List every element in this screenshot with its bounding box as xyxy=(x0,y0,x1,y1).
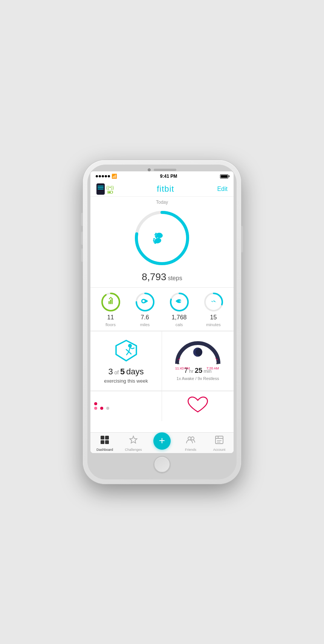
signal-dot-4 xyxy=(105,175,107,177)
sync-waves-icon: ((•)) xyxy=(106,185,114,190)
svg-point-37 xyxy=(191,437,194,440)
svg-rect-38 xyxy=(215,436,223,444)
signal-dot-3 xyxy=(102,175,104,177)
partial-right-card[interactable] xyxy=(162,391,234,421)
tab-challenges[interactable]: Challenges xyxy=(119,435,148,452)
app-title: fitbit xyxy=(157,184,174,194)
dashboard-icon xyxy=(100,435,110,447)
minutes-icon xyxy=(209,297,218,307)
floors-label: floors xyxy=(105,322,116,327)
floors-ring xyxy=(100,291,121,313)
minutes-value: 15 xyxy=(210,314,217,321)
minutes-label: minutes xyxy=(206,322,221,327)
speaker-grille xyxy=(154,169,176,171)
tab-dashboard[interactable]: Dashboard xyxy=(90,435,119,452)
tab-dashboard-label: Dashboard xyxy=(96,448,113,452)
fitbit-band-icon xyxy=(96,183,105,195)
exercise-icon xyxy=(113,337,139,364)
tab-account[interactable]: Account xyxy=(205,435,234,452)
cals-value: 1,768 xyxy=(171,314,186,321)
wifi-icon: 📶 xyxy=(112,174,117,179)
steps-count: 8,793steps xyxy=(96,271,228,283)
svg-point-36 xyxy=(188,437,191,440)
tab-friends-label: Friends xyxy=(185,448,196,452)
svg-point-5 xyxy=(153,241,155,243)
tab-add[interactable]: + xyxy=(148,437,176,450)
partial-section xyxy=(90,391,234,421)
dot-pink-1 xyxy=(94,407,97,410)
miles-label: miles xyxy=(140,322,150,327)
signal-dot-1 xyxy=(96,175,98,177)
signal-dot-5 xyxy=(108,175,110,177)
miles-ring xyxy=(134,291,156,313)
add-button[interactable]: + xyxy=(153,432,171,450)
app-header: ((•)) fitbit Edit xyxy=(90,180,234,197)
dot-red-2 xyxy=(100,407,103,410)
partial-left-card[interactable] xyxy=(90,391,162,421)
bottom-grid: 3 of 5 days exercising this week xyxy=(90,331,234,391)
steps-ring xyxy=(132,208,192,268)
today-label: Today xyxy=(96,200,228,205)
phone-inner: 📶 9:41 PM ((•)) xyxy=(87,165,237,479)
status-bar: 📶 9:41 PM xyxy=(90,171,234,180)
phone-top-notch xyxy=(90,168,234,171)
svg-rect-16 xyxy=(109,301,110,304)
exercise-text: 3 of 5 days exercising this week xyxy=(104,366,148,385)
svg-text:11:43 PM: 11:43 PM xyxy=(175,366,190,370)
steps-footprint-icon xyxy=(153,229,171,247)
svg-point-11 xyxy=(155,233,157,234)
front-camera xyxy=(148,168,151,171)
account-icon xyxy=(214,435,224,447)
edit-button[interactable]: Edit xyxy=(217,186,228,192)
svg-text:7:20 AM: 7:20 AM xyxy=(206,366,219,370)
svg-rect-34 xyxy=(101,440,104,444)
battery-indicator xyxy=(220,174,228,179)
today-section: Today xyxy=(90,197,234,288)
sleep-cell[interactable]: 11:43 PM 7:20 AM 7 hr 25 min 1x Awake / … xyxy=(162,331,234,391)
cals-label: cals xyxy=(176,322,183,327)
exercise-cell[interactable]: 3 of 5 days exercising this week xyxy=(90,331,162,391)
status-right xyxy=(220,174,228,179)
floors-icon xyxy=(106,297,115,308)
tab-bar: Dashboard Challenges + xyxy=(90,432,234,453)
dot-gray-1 xyxy=(106,407,109,410)
device-battery-fill xyxy=(108,192,111,193)
challenges-icon xyxy=(128,435,138,447)
dot-cluster xyxy=(94,402,109,410)
status-left: 📶 xyxy=(96,174,117,179)
screen: 📶 9:41 PM ((•)) xyxy=(90,171,234,453)
steps-ring-container[interactable] xyxy=(96,208,228,268)
tab-account-label: Account xyxy=(213,448,226,452)
stat-minutes[interactable]: 15 minutes xyxy=(203,291,224,327)
svg-rect-35 xyxy=(105,440,109,444)
home-button-area xyxy=(90,453,234,474)
svg-point-7 xyxy=(153,238,155,240)
main-content: Today xyxy=(90,197,234,432)
cals-ring xyxy=(169,291,190,313)
stat-floors[interactable]: 11 floors xyxy=(100,291,121,327)
miles-icon xyxy=(141,297,149,308)
friends-icon xyxy=(186,435,196,447)
svg-point-6 xyxy=(153,240,154,241)
svg-rect-33 xyxy=(105,436,109,440)
stat-cals[interactable]: 1,768 cals xyxy=(169,291,190,327)
stats-row: 11 floors xyxy=(90,288,234,331)
home-button[interactable] xyxy=(154,456,170,473)
sync-status: ((•)) xyxy=(106,185,114,194)
plus-icon: + xyxy=(159,435,165,446)
tab-challenges-label: Challenges xyxy=(125,448,142,452)
cals-icon xyxy=(176,297,183,308)
miles-value: 7.6 xyxy=(141,314,149,321)
tab-friends[interactable]: Friends xyxy=(176,435,205,452)
svg-rect-32 xyxy=(101,436,104,440)
svg-point-9 xyxy=(155,235,156,237)
camera-area xyxy=(148,168,176,171)
dot-red-1 xyxy=(94,402,97,405)
signal-dot-2 xyxy=(99,175,101,177)
battery-fill xyxy=(221,175,228,178)
svg-rect-15 xyxy=(110,300,111,304)
phone-frame: 📶 9:41 PM ((•)) xyxy=(83,160,241,484)
stat-miles[interactable]: 7.6 miles xyxy=(134,291,156,327)
minutes-ring xyxy=(203,291,224,313)
floors-value: 11 xyxy=(107,314,114,321)
